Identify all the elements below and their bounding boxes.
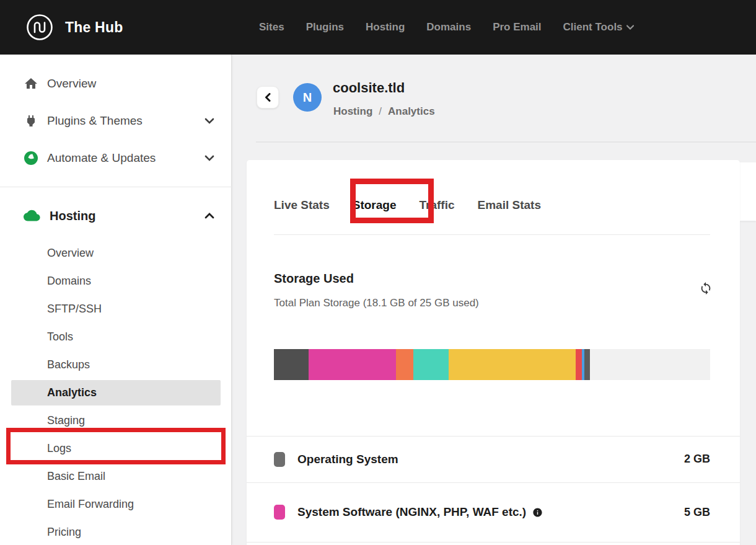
tab-traffic[interactable]: Traffic: [420, 191, 455, 219]
info-icon[interactable]: [532, 507, 543, 518]
chevron-down-icon: [204, 118, 214, 124]
cloud-icon: [24, 210, 41, 222]
site-avatar-letter: N: [303, 91, 312, 105]
analytics-tabs: Live Stats Storage Traffic Email Stats: [274, 191, 541, 219]
sidebar-item-hosting-overview[interactable]: Overview: [0, 239, 232, 267]
sidebar-item-hosting-basic-email[interactable]: Basic Email: [0, 463, 232, 490]
refresh-icon[interactable]: [699, 281, 713, 295]
nav-client-tools[interactable]: Client Tools: [563, 21, 634, 33]
sidebar-divider: [0, 187, 232, 187]
analytics-card: Live Stats Storage Traffic Email Stats S…: [247, 160, 740, 545]
breadcrumb-analytics: Analytics: [388, 105, 435, 118]
sidebar-item-hosting-analytics[interactable]: Analytics: [11, 380, 221, 405]
breadcrumb: Hosting / Analytics: [333, 105, 435, 118]
chevron-up-icon: [204, 213, 214, 219]
header-divider: [256, 141, 756, 143]
legend-swatch-gray: [274, 452, 285, 467]
bar-segment-system-software-nginx-php-waf-etc: [309, 349, 396, 380]
sidebar-item-plugins-themes[interactable]: Plugins & Themes: [0, 102, 232, 140]
sidebar-item-hosting-tools[interactable]: Tools: [0, 323, 232, 351]
nav-plugins[interactable]: Plugins: [306, 21, 344, 33]
bar-segment-operating-system: [274, 349, 309, 380]
storage-bar: [274, 349, 710, 380]
sidebar-item-hosting-sftp-ssh[interactable]: SFTP/SSH: [0, 295, 232, 323]
legend-value: 5 GB: [684, 506, 710, 519]
sidebar-section-label: Hosting: [50, 209, 95, 223]
legend-swatch-pink: [274, 505, 285, 520]
home-icon: [24, 76, 38, 91]
nav-client-tools-label: Client Tools: [563, 21, 623, 33]
bar-segment: [449, 349, 576, 380]
back-button[interactable]: [257, 86, 279, 109]
bar-segment-free: [590, 349, 710, 380]
bar-segment: [576, 349, 582, 380]
bar-segment: [413, 349, 448, 380]
topnav-links: Sites Plugins Hosting Domains Pro Email …: [259, 0, 634, 55]
plug-icon: [24, 113, 38, 128]
automate-icon: [24, 151, 38, 166]
tab-email-stats[interactable]: Email Stats: [478, 191, 541, 219]
bar-segment: [584, 349, 589, 380]
storage-used-title: Storage Used: [274, 272, 354, 286]
chevron-down-icon: [626, 25, 634, 30]
wpmudev-logo-icon[interactable]: [26, 14, 53, 43]
sidebar-item-hosting-email-forwarding[interactable]: Email Forwarding: [0, 490, 232, 518]
sidebar-item-label: Overview: [47, 77, 96, 91]
sidebar: Overview Plugins & Themes Automate & Upd…: [0, 55, 232, 545]
sidebar-item-hosting-domains[interactable]: Domains: [0, 267, 232, 295]
legend-row-operating-system: Operating System 2 GB: [247, 436, 740, 482]
tab-divider: [274, 234, 710, 235]
breadcrumb-hosting[interactable]: Hosting: [333, 105, 372, 118]
legend-label: System Software (NGINX, PHP, WAF etc.): [297, 505, 526, 519]
hosting-sub-menu: Overview Domains SFTP/SSH Tools Backups …: [0, 239, 232, 545]
site-avatar[interactable]: N: [293, 83, 322, 112]
row-divider: [247, 542, 740, 543]
legend-row-system-software: System Software (NGINX, PHP, WAF etc.) 5…: [247, 482, 740, 542]
tab-bar-extension: [740, 162, 756, 221]
sidebar-item-overview[interactable]: Overview: [0, 65, 232, 102]
nav-pro-email[interactable]: Pro Email: [493, 21, 541, 33]
nav-sites[interactable]: Sites: [259, 21, 284, 33]
sidebar-item-label: Plugins & Themes: [47, 114, 143, 128]
legend-value: 2 GB: [684, 453, 710, 466]
breadcrumb-separator: /: [379, 105, 382, 118]
bar-segment: [396, 349, 413, 380]
sidebar-item-hosting-staging[interactable]: Staging: [0, 407, 232, 435]
chevron-left-icon: [265, 93, 271, 102]
nav-hosting[interactable]: Hosting: [366, 21, 405, 33]
sidebar-item-hosting-pricing[interactable]: Pricing: [0, 518, 232, 545]
top-navbar: The Hub Sites Plugins Hosting Domains Pr…: [0, 0, 756, 55]
tab-live-stats[interactable]: Live Stats: [274, 191, 330, 219]
page-title: coolsite.tld: [333, 80, 405, 96]
storage-used-subtitle: Total Plan Storage (18.1 GB of 25 GB use…: [274, 297, 479, 309]
nav-domains[interactable]: Domains: [426, 21, 471, 33]
sidebar-item-label: Automate & Updates: [47, 151, 156, 165]
sidebar-item-hosting-backups[interactable]: Backups: [0, 351, 232, 379]
tab-storage[interactable]: Storage: [353, 191, 397, 219]
sidebar-item-automate-updates[interactable]: Automate & Updates: [0, 140, 232, 177]
app-title: The Hub: [65, 0, 123, 55]
chevron-down-icon: [204, 155, 214, 161]
sidebar-section-hosting[interactable]: Hosting: [0, 202, 232, 229]
sidebar-item-hosting-logs[interactable]: Logs: [0, 435, 232, 463]
legend-label: Operating System: [297, 453, 398, 466]
